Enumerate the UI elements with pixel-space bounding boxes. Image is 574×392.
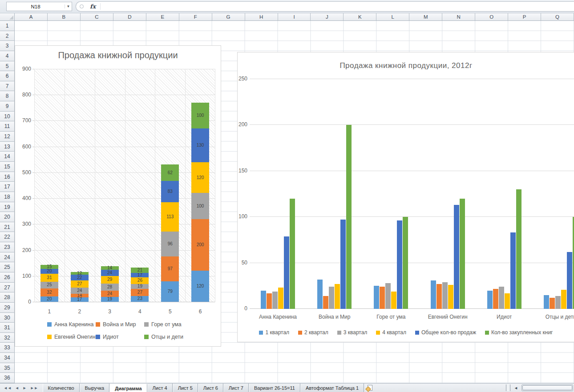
bar-segment-Горе от ума[interactable]: 19: [131, 284, 149, 289]
sheet-tab-Диаграмма[interactable]: Диаграмма: [109, 384, 147, 392]
column-header-M[interactable]: M: [409, 13, 442, 21]
stacked-bar-3[interactable]: 192428292414: [101, 266, 119, 302]
bar-Отцы и дети-2 квартал[interactable]: [550, 298, 555, 309]
bar-segment-Анна Каренина[interactable]: 120: [191, 271, 209, 302]
bar-segment-Отцы и дети[interactable]: 15: [40, 265, 58, 269]
sheet-tab-Лист 7[interactable]: Лист 7: [223, 384, 249, 392]
bar-Идиот-Кол-во закупленных книг[interactable]: [516, 189, 521, 309]
bar-segment-Война и Мир[interactable]: 97: [161, 256, 179, 281]
column-header-L[interactable]: L: [376, 13, 409, 21]
bar-segment-Анна Каренина[interactable]: 79: [161, 281, 179, 302]
row-header-30[interactable]: 30: [0, 313, 15, 323]
bar-Анна Каренина-4 квартал[interactable]: [278, 288, 283, 309]
bar-Война и Мир-4 квартал[interactable]: [335, 284, 340, 309]
row-header-5[interactable]: 5: [0, 61, 15, 72]
row-header-1[interactable]: 1: [0, 21, 15, 31]
column-header-J[interactable]: J: [311, 13, 344, 21]
row-header-11[interactable]: 11: [0, 121, 15, 132]
bar-segment-Война и Мир[interactable]: 32: [40, 288, 58, 297]
row-header-4[interactable]: 4: [0, 51, 15, 61]
legend-item-Отцы и дети[interactable]: Отцы и дети: [144, 334, 183, 340]
row-header-7[interactable]: 7: [0, 81, 15, 92]
bar-Война и Мир-1 квартал[interactable]: [317, 280, 323, 309]
column-header-A[interactable]: A: [15, 13, 48, 21]
bar-Идиот-Общее кол-во продаж[interactable]: [510, 232, 516, 309]
row-header-16[interactable]: 16: [0, 172, 15, 182]
column-header-I[interactable]: I: [278, 13, 311, 21]
row-header-34[interactable]: 34: [0, 353, 15, 363]
stacked-bar-4[interactable]: 232719261721: [131, 268, 149, 302]
name-box[interactable]: N18 ▼: [6, 2, 72, 11]
row-header-3[interactable]: 3: [0, 41, 15, 51]
bar-Анна Каренина-2 квартал[interactable]: [267, 293, 272, 309]
bar-segment-Идиот[interactable]: 20: [40, 269, 58, 274]
column-header-G[interactable]: G: [212, 13, 245, 21]
bar-segment-Евгений Онегин[interactable]: 120: [191, 162, 209, 193]
bar-segment-Отцы и дети[interactable]: 62: [161, 164, 179, 180]
bar-segment-Анна Каренина[interactable]: 20: [40, 296, 58, 302]
bar-Идиот-2 квартал[interactable]: [493, 289, 498, 309]
bar-segment-Горе от ума[interactable]: 96: [161, 232, 179, 256]
legend-item-1 квартал[interactable]: 1 квартал: [259, 329, 289, 336]
row-header-2[interactable]: 2: [0, 31, 15, 41]
bar-Горе от ума-3 квартал[interactable]: [385, 283, 391, 309]
scroll-left-icon[interactable]: ◄: [510, 384, 521, 392]
column-header-K[interactable]: K: [344, 13, 376, 21]
bar-Евгений Онегин-4 квартал[interactable]: [448, 285, 453, 309]
row-header-20[interactable]: 20: [0, 212, 15, 222]
horizontal-scrollbar[interactable]: [521, 384, 573, 391]
grouped-bar-chart[interactable]: Продажа книжной продукции, 2012г 1 кварт…: [237, 52, 574, 342]
bar-Евгений Онегин-2 квартал[interactable]: [437, 284, 442, 309]
bar-segment-Идиот[interactable]: 17: [131, 273, 149, 277]
next-sheet-icon[interactable]: ►: [21, 386, 28, 390]
row-header-13[interactable]: 13: [0, 142, 15, 152]
bar-segment-Отцы и дети[interactable]: 100: [191, 103, 209, 128]
bar-Отцы и дети-1 квартал[interactable]: [544, 295, 549, 309]
bar-Анна Каренина-Общее кол-во продаж[interactable]: [284, 236, 289, 309]
bar-segment-Идиот[interactable]: 22: [71, 275, 89, 280]
row-header-10[interactable]: 10: [0, 112, 15, 122]
bar-segment-Горе от ума[interactable]: 25: [40, 282, 58, 288]
bar-Горе от ума-Общее кол-во продаж[interactable]: [397, 220, 402, 309]
column-header-Q[interactable]: Q: [541, 13, 574, 21]
row-header-25[interactable]: 25: [0, 262, 15, 272]
bar-Анна Каренина-Кол-во закупленных книг[interactable]: [290, 199, 295, 309]
bar-segment-Евгений Онегин[interactable]: 31: [40, 274, 58, 282]
bar-Анна Каренина-1 квартал[interactable]: [261, 291, 266, 309]
bar-segment-Горе от ума[interactable]: 24: [71, 288, 89, 294]
stacked-bar-chart[interactable]: Продажа книжной продукции 20322531201517…: [15, 45, 221, 347]
row-header-22[interactable]: 22: [0, 232, 15, 242]
first-sheet-icon[interactable]: ◄◄: [2, 386, 13, 390]
legend-item-Кол-во закупленных книг[interactable]: Кол-во закупленных книг: [485, 329, 553, 336]
name-box-dropdown-icon[interactable]: ▼: [65, 4, 72, 8]
bar-Идиот-4 квартал[interactable]: [505, 293, 510, 309]
bar-Отцы и дети-4 квартал[interactable]: [561, 290, 566, 309]
sheet-tab-Лист 4[interactable]: Лист 4: [147, 384, 173, 392]
bar-Война и Мир-Общее кол-во продаж[interactable]: [340, 220, 346, 309]
bar-Война и Мир-3 квартал[interactable]: [329, 287, 334, 309]
bar-segment-Горе от ума[interactable]: 100: [191, 193, 209, 219]
sheet-tab-Лист 5[interactable]: Лист 5: [173, 384, 198, 392]
bar-segment-Отцы и дети[interactable]: 21: [131, 268, 149, 273]
legend-item-3 квартал[interactable]: 3 квартал: [337, 329, 368, 336]
sheet-tab-Количество[interactable]: Количество: [43, 384, 80, 392]
column-header-P[interactable]: P: [508, 13, 541, 21]
row-header-32[interactable]: 32: [0, 333, 15, 343]
tab-split-handle[interactable]: [506, 384, 510, 391]
bar-segment-Идиот[interactable]: 83: [161, 181, 179, 202]
row-header-9[interactable]: 9: [0, 101, 15, 112]
bar-Евгений Онегин-Общее кол-во продаж[interactable]: [454, 205, 459, 309]
column-header-D[interactable]: D: [113, 13, 146, 21]
bar-Горе от ума-1 квартал[interactable]: [374, 286, 379, 309]
sheet-tab-Выручка[interactable]: Выручка: [80, 384, 110, 392]
legend-item-Общее кол-во продаж[interactable]: Общее кол-во продаж: [415, 329, 476, 336]
column-header-N[interactable]: N: [442, 13, 475, 21]
bar-segment-Евгений Онегин[interactable]: 26: [131, 277, 149, 284]
bar-segment-Идиот[interactable]: 130: [191, 128, 209, 162]
sheet-tab-Вариант 26-15=11[interactable]: Вариант 26-15=11: [249, 384, 300, 392]
row-header-35[interactable]: 35: [0, 363, 15, 373]
bar-Горе от ума-4 квартал[interactable]: [391, 292, 396, 309]
last-sheet-icon[interactable]: ►►: [28, 386, 40, 390]
row-header-26[interactable]: 26: [0, 272, 15, 283]
row-header-29[interactable]: 29: [0, 303, 15, 313]
